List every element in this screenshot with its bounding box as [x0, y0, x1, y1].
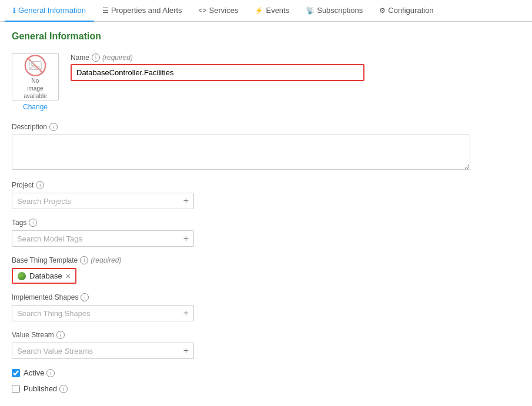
description-info-icon[interactable]: i — [49, 123, 58, 131]
implemented-shapes-add-button[interactable]: + — [183, 308, 189, 318]
name-input[interactable] — [71, 64, 364, 81]
project-label: Project i — [12, 181, 470, 189]
base-thing-template-tag: Database × — [12, 268, 76, 284]
name-required-text: (required) — [102, 53, 133, 62]
image-name-row: No image available Change Name i (requir… — [12, 53, 470, 111]
section-title: General Information — [12, 31, 470, 42]
description-textarea[interactable] — [12, 135, 470, 170]
configuration-tab-icon: ⚙ — [379, 6, 386, 15]
tab-properties-alerts[interactable]: ☰ Properties and Alerts — [94, 0, 190, 22]
image-box: No image available — [12, 53, 59, 100]
tab-services-label: Services — [209, 6, 239, 15]
active-info-icon[interactable]: i — [46, 369, 55, 377]
project-field: Project i + — [12, 181, 470, 209]
active-checkbox[interactable] — [12, 369, 20, 377]
value-stream-add-button[interactable]: + — [183, 346, 189, 355]
tab-configuration[interactable]: ⚙ Configuration — [371, 0, 441, 22]
tab-services[interactable]: <> Services — [190, 0, 247, 22]
image-section: No image available Change — [12, 53, 59, 111]
description-label: Description i — [12, 123, 470, 131]
database-tag-icon — [18, 272, 26, 280]
base-thing-template-label: Base Thing Template i (required) — [12, 256, 470, 264]
value-stream-label: Value Stream i — [12, 331, 470, 339]
implemented-shapes-field: Implemented Shapes i + — [12, 293, 470, 321]
tags-add-button[interactable]: + — [183, 234, 189, 243]
name-field-label: Name i (required) — [71, 53, 470, 62]
published-row: Published i — [12, 384, 470, 393]
properties-tab-icon: ☰ — [102, 6, 109, 15]
subscriptions-tab-icon: 📡 — [306, 6, 314, 15]
project-search-input[interactable] — [17, 197, 180, 206]
tab-general-information-label: General Information — [18, 6, 86, 15]
base-thing-template-field: Base Thing Template i (required) Databas… — [12, 256, 470, 284]
published-info-icon[interactable]: i — [59, 385, 68, 393]
tab-events[interactable]: ⚡ Events — [246, 0, 297, 22]
tags-field: Tags i + — [12, 219, 470, 247]
active-row: Active i — [12, 368, 470, 377]
tab-general-information[interactable]: ℹ General Information — [5, 0, 94, 22]
tags-label: Tags i — [12, 219, 470, 227]
description-field: Description i — [12, 123, 470, 172]
value-stream-info-icon[interactable]: i — [56, 331, 65, 339]
project-search-row: + — [12, 193, 194, 209]
tab-subscriptions-label: Subscriptions — [317, 6, 363, 15]
project-add-button[interactable]: + — [183, 196, 189, 206]
published-checkbox[interactable] — [12, 385, 20, 393]
tab-properties-alerts-label: Properties and Alerts — [111, 6, 182, 15]
database-tag-label: Database — [29, 271, 62, 280]
tags-search-row: + — [12, 230, 194, 247]
tags-search-input[interactable] — [17, 234, 180, 243]
implemented-shapes-search-row: + — [12, 305, 194, 321]
base-thing-template-required-text: (required) — [91, 256, 121, 264]
info-tab-icon: ℹ — [13, 6, 16, 15]
events-tab-icon: ⚡ — [255, 6, 263, 15]
no-image-icon — [21, 54, 50, 77]
no-image-text: No image available — [24, 77, 46, 100]
change-image-link[interactable]: Change — [12, 103, 59, 111]
services-tab-icon: <> — [199, 6, 207, 15]
project-info-icon[interactable]: i — [36, 181, 44, 189]
tab-configuration-label: Configuration — [388, 6, 433, 15]
implemented-shapes-info-icon[interactable]: i — [81, 293, 89, 301]
main-content: General Information No image available — [0, 22, 482, 406]
implemented-shapes-search-input[interactable] — [17, 309, 180, 318]
tags-info-icon[interactable]: i — [29, 219, 37, 227]
value-stream-search-input[interactable] — [17, 347, 180, 355]
value-stream-search-row: + — [12, 343, 194, 359]
svg-line-1 — [28, 58, 44, 73]
name-info-icon[interactable]: i — [92, 53, 100, 62]
tab-bar: ℹ General Information ☰ Properties and A… — [0, 0, 532, 22]
name-field-container: Name i (required) — [71, 53, 470, 81]
base-thing-template-info-icon[interactable]: i — [80, 256, 88, 264]
tab-subscriptions[interactable]: 📡 Subscriptions — [297, 0, 371, 22]
tab-events-label: Events — [266, 6, 289, 15]
active-label: Active i — [24, 368, 55, 377]
database-tag-remove-button[interactable]: × — [66, 272, 71, 280]
published-label: Published i — [24, 384, 68, 393]
value-stream-field: Value Stream i + — [12, 331, 470, 359]
implemented-shapes-label: Implemented Shapes i — [12, 293, 470, 301]
